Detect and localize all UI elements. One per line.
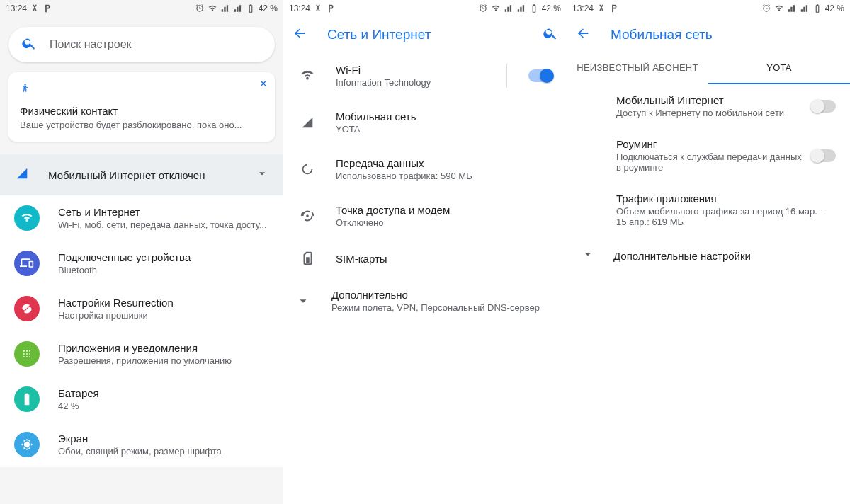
devices-icon xyxy=(14,251,40,276)
row-subtitle: YOTA xyxy=(336,124,552,134)
status-time: 13:24 xyxy=(6,4,27,13)
row-wifi[interactable]: Wi-Fi Information Technology xyxy=(283,52,567,99)
alarm-icon xyxy=(195,4,205,13)
roaming-toggle[interactable] xyxy=(812,149,836,162)
hotspot-icon xyxy=(298,208,317,224)
wifi-icon xyxy=(208,4,217,13)
item-resurrection[interactable]: Настройки Resurrection Настройка прошивк… xyxy=(0,286,283,331)
signal-icon xyxy=(220,4,230,13)
row-data-usage[interactable]: Передача данных Использовано трафика: 59… xyxy=(283,146,567,193)
row-sim-cards[interactable]: SIM-карты xyxy=(283,239,567,277)
display-icon xyxy=(14,432,40,457)
item-title: Приложения и уведомления xyxy=(58,342,269,354)
walk-icon xyxy=(20,84,30,93)
status-p-icon xyxy=(326,4,336,13)
row-subtitle: Объем мобильного трафика за период 16 ма… xyxy=(616,206,836,227)
appbar-title: Сеть и Интернет xyxy=(327,27,523,42)
row-roaming[interactable]: Роуминг Подключаться к службам передачи … xyxy=(567,128,850,183)
signal-icon-2 xyxy=(233,4,243,13)
item-apps[interactable]: Приложения и уведомления Разрешения, при… xyxy=(0,331,283,377)
row-title: Дополнительные настройки xyxy=(613,250,751,262)
close-icon[interactable]: ✕ xyxy=(259,78,268,89)
item-title: Подключенные устройства xyxy=(58,251,269,263)
row-advanced[interactable]: Дополнительно Режим полета, VPN, Персона… xyxy=(283,277,567,324)
row-subtitle: Использовано трафика: 590 МБ xyxy=(336,171,552,181)
status-battery: 42 % xyxy=(542,4,561,13)
item-display[interactable]: Экран Обои, спящий режим, размер шрифта xyxy=(0,422,283,467)
row-mobile-network[interactable]: Мобильная сеть YOTA xyxy=(283,99,567,146)
row-subtitle: Подключаться к службам передачи данных в… xyxy=(616,151,802,173)
row-title: Мобильный Интернет xyxy=(616,94,802,106)
item-subtitle: Bluetooth xyxy=(58,265,269,275)
divider xyxy=(506,64,507,88)
row-title: Точка доступа и модем xyxy=(336,204,552,216)
item-subtitle: 42 % xyxy=(58,401,269,411)
status-p-icon xyxy=(609,4,619,13)
chevron-down-icon xyxy=(581,247,595,264)
search-placeholder: Поиск настроек xyxy=(50,38,132,51)
item-network[interactable]: Сеть и Интернет Wi-Fi, моб. сети, переда… xyxy=(0,195,283,241)
status-time: 13:24 xyxy=(572,4,594,13)
rr-icon xyxy=(14,296,40,321)
banner-title: Мобильный Интернет отключен xyxy=(48,169,237,181)
row-title: Дополнительно xyxy=(332,289,552,301)
battery-icon xyxy=(246,4,256,13)
battery-icon xyxy=(529,4,539,13)
status-app-icon xyxy=(596,4,606,13)
back-button[interactable] xyxy=(292,25,307,44)
status-p-icon xyxy=(42,4,52,13)
row-subtitle: Режим полета, VPN, Персональный DNS-серв… xyxy=(332,302,552,313)
status-time: 13:24 xyxy=(289,4,310,13)
status-bar: 13:24 42 % xyxy=(0,0,283,17)
sim-tabs: НЕИЗВЕСТНЫЙ АБОНЕНТ YOTA xyxy=(567,52,850,84)
wifi-icon xyxy=(298,68,317,84)
cell-off-icon xyxy=(14,166,30,184)
row-title: SIM-карты xyxy=(336,253,552,265)
row-subtitle: Доступ к Интернету по мобильной сети xyxy=(616,108,802,118)
data-icon xyxy=(298,161,317,177)
item-subtitle: Разрешения, приложения по умолчанию xyxy=(58,355,269,366)
back-button[interactable] xyxy=(575,25,591,44)
item-subtitle: Настройка прошивки xyxy=(58,310,269,321)
row-title: Мобильная сеть xyxy=(336,110,552,122)
tab-unknown[interactable]: НЕИЗВЕСТНЫЙ АБОНЕНТ xyxy=(567,52,708,84)
card-subtitle: Ваше устройство будет разблокировано, по… xyxy=(20,120,264,130)
row-hotspot[interactable]: Точка доступа и модем Отключено xyxy=(283,193,567,239)
status-battery: 42 % xyxy=(825,4,844,13)
row-title: Передача данных xyxy=(336,157,552,169)
row-app-traffic[interactable]: Трафик приложения Объем мобильного трафи… xyxy=(567,183,850,237)
item-title: Экран xyxy=(58,433,269,445)
row-title: Трафик приложения xyxy=(616,193,836,205)
mobile-data-off-banner[interactable]: Мобильный Интернет отключен xyxy=(0,154,283,195)
appbar-title: Мобильная сеть xyxy=(611,27,842,42)
chevron-down-icon xyxy=(293,293,313,309)
sim-icon xyxy=(298,251,317,266)
appbar: Сеть и Интернет xyxy=(283,17,567,52)
item-connected-devices[interactable]: Подключенные устройства Bluetooth xyxy=(0,241,283,286)
row-mobile-internet[interactable]: Мобильный Интернет Доступ к Интернету по… xyxy=(567,84,850,128)
search-button[interactable] xyxy=(543,25,558,44)
row-title: Wi-Fi xyxy=(336,64,485,76)
suggestion-card[interactable]: ✕ Физический контакт Ваше устройство буд… xyxy=(8,72,275,142)
item-title: Батарея xyxy=(58,387,269,399)
alarm-icon xyxy=(761,4,771,13)
search-settings[interactable]: Поиск настроек xyxy=(8,27,275,62)
status-app-icon xyxy=(30,4,40,13)
row-advanced-settings[interactable]: Дополнительные настройки xyxy=(567,237,850,274)
status-bar: 13:24 42 % xyxy=(283,0,567,17)
search-icon xyxy=(21,35,37,54)
status-battery: 42 % xyxy=(259,4,278,13)
wifi-toggle[interactable] xyxy=(528,69,552,82)
tab-yota[interactable]: YOTA xyxy=(708,52,850,84)
item-battery[interactable]: Батарея 42 % xyxy=(0,377,283,422)
chevron-down-icon xyxy=(255,166,269,183)
row-subtitle: Отключено xyxy=(336,217,552,228)
apps-icon xyxy=(14,341,40,367)
item-title: Настройки Resurrection xyxy=(58,297,269,309)
alarm-icon xyxy=(478,4,488,13)
item-title: Сеть и Интернет xyxy=(58,206,269,218)
battery-icon xyxy=(812,4,822,13)
card-title: Физический контакт xyxy=(20,105,264,117)
mobile-internet-toggle[interactable] xyxy=(812,100,836,113)
wifi-icon xyxy=(491,4,501,13)
